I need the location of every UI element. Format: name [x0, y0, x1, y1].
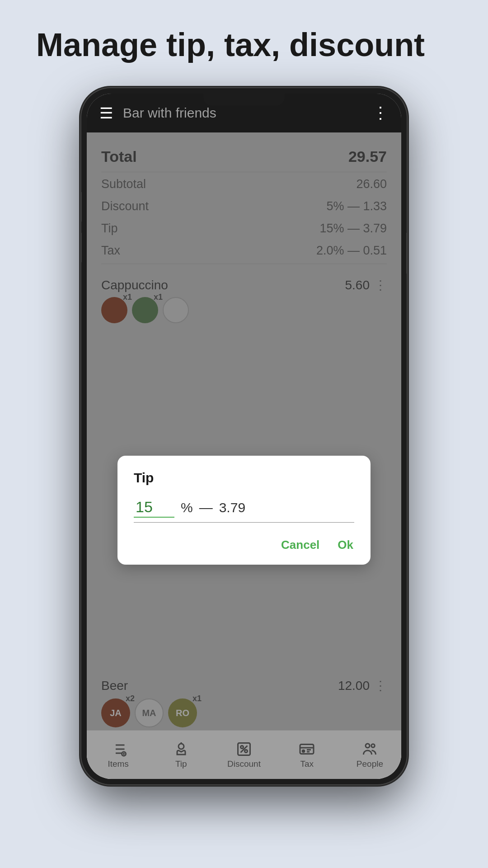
- tip-percent-symbol: %: [181, 500, 193, 515]
- page-title: Manage tip, tax, discount: [36, 27, 452, 63]
- app-bar-title: Bar with friends: [123, 105, 372, 121]
- cancel-button[interactable]: Cancel: [280, 535, 320, 555]
- menu-icon[interactable]: ☰: [99, 104, 113, 122]
- volume-up-button: [81, 192, 82, 222]
- tip-calculated: 3.79: [219, 500, 354, 515]
- tip-dash: —: [199, 500, 213, 515]
- power-button: [406, 233, 407, 274]
- more-options-icon[interactable]: ⋮: [372, 104, 389, 123]
- tip-dialog: Tip % — 3.79 Cancel: [117, 456, 371, 565]
- tip-input[interactable]: [134, 497, 174, 518]
- dialog-title: Tip: [134, 470, 354, 486]
- dialog-underline: [134, 522, 354, 523]
- phone-screen: ☰ Bar with friends ⋮ Total 29.57: [87, 94, 401, 779]
- ok-button[interactable]: Ok: [337, 535, 354, 555]
- page-header: Manage tip, tax, discount: [0, 0, 488, 81]
- dialog-overlay: Tip % — 3.79 Cancel: [87, 132, 401, 779]
- dialog-actions: Cancel Ok: [134, 535, 354, 555]
- volume-down-button: [81, 233, 82, 262]
- notch: [203, 94, 285, 105]
